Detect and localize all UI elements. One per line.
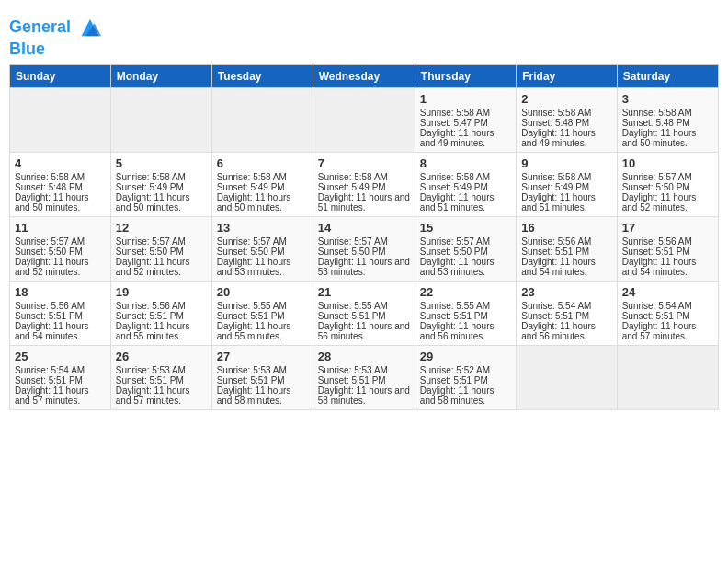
sunrise-label: Sunrise: 5:56 AM: [116, 301, 186, 311]
calendar-cell: 5Sunrise: 5:58 AMSunset: 5:49 PMDaylight…: [110, 152, 211, 216]
sunset-label: Sunset: 5:51 PM: [217, 375, 285, 385]
logo: General Blue: [9, 15, 103, 59]
calendar-cell: 26Sunrise: 5:53 AMSunset: 5:51 PMDayligh…: [110, 345, 211, 409]
daylight-label: Daylight: 11 hours and 57 minutes.: [15, 385, 89, 406]
calendar-cell: [517, 345, 617, 409]
day-number: 28: [318, 350, 410, 363]
daylight-label: Daylight: 11 hours and 50 minutes.: [622, 128, 697, 148]
calendar-cell: [313, 87, 415, 152]
sunrise-label: Sunrise: 5:53 AM: [116, 365, 186, 375]
calendar-cell: [211, 87, 313, 152]
sunrise-label: Sunrise: 5:58 AM: [420, 108, 490, 118]
sunset-label: Sunset: 5:48 PM: [622, 118, 690, 128]
daylight-label: Daylight: 11 hours and 53 minutes.: [420, 257, 495, 277]
header-day-saturday: Saturday: [617, 64, 718, 87]
sunrise-label: Sunrise: 5:55 AM: [217, 301, 287, 311]
calendar-cell: 13Sunrise: 5:57 AMSunset: 5:50 PMDayligh…: [211, 216, 313, 281]
sunset-label: Sunset: 5:51 PM: [318, 375, 386, 385]
header-day-friday: Friday: [517, 64, 617, 87]
calendar-cell: [110, 87, 211, 152]
sunset-label: Sunset: 5:51 PM: [420, 311, 488, 321]
daylight-label: Daylight: 11 hours and 51 minutes.: [318, 192, 410, 213]
calendar-header-row: SundayMondayTuesdayWednesdayThursdayFrid…: [10, 64, 719, 87]
day-number: 17: [622, 221, 713, 235]
daylight-label: Daylight: 11 hours and 49 minutes.: [420, 128, 495, 148]
sunset-label: Sunset: 5:50 PM: [116, 247, 184, 257]
daylight-label: Daylight: 11 hours and 58 minutes.: [420, 385, 495, 406]
sunrise-label: Sunrise: 5:56 AM: [15, 301, 85, 311]
calendar-body: 1Sunrise: 5:58 AMSunset: 5:47 PMDaylight…: [10, 87, 719, 409]
daylight-label: Daylight: 11 hours and 56 minutes.: [318, 321, 410, 341]
calendar-cell: 12Sunrise: 5:57 AMSunset: 5:50 PMDayligh…: [110, 216, 211, 281]
sunset-label: Sunset: 5:49 PM: [521, 182, 589, 192]
daylight-label: Daylight: 11 hours and 54 minutes.: [622, 257, 697, 277]
day-number: 1: [420, 92, 511, 106]
sunrise-label: Sunrise: 5:53 AM: [217, 365, 287, 375]
calendar-cell: 3Sunrise: 5:58 AMSunset: 5:48 PMDaylight…: [617, 87, 718, 152]
calendar-table: SundayMondayTuesdayWednesdayThursdayFrid…: [9, 64, 719, 410]
header-day-wednesday: Wednesday: [313, 64, 415, 87]
sunset-label: Sunset: 5:51 PM: [521, 311, 589, 321]
daylight-label: Daylight: 11 hours and 50 minutes.: [15, 192, 89, 213]
calendar-cell: 8Sunrise: 5:58 AMSunset: 5:49 PMDaylight…: [415, 152, 516, 216]
logo-text: General: [9, 15, 103, 40]
daylight-label: Daylight: 11 hours and 58 minutes.: [318, 385, 410, 406]
sunrise-label: Sunrise: 5:57 AM: [116, 236, 186, 247]
daylight-label: Daylight: 11 hours and 50 minutes.: [217, 192, 291, 213]
day-number: 21: [318, 285, 410, 299]
daylight-label: Daylight: 11 hours and 57 minutes.: [116, 385, 190, 406]
sunrise-label: Sunrise: 5:57 AM: [622, 172, 692, 182]
logo-text-blue: Blue: [9, 40, 103, 59]
sunrise-label: Sunrise: 5:56 AM: [622, 236, 692, 247]
calendar-cell: 23Sunrise: 5:54 AMSunset: 5:51 PMDayligh…: [517, 281, 617, 345]
day-number: 11: [15, 221, 106, 235]
sunset-label: Sunset: 5:50 PM: [318, 247, 386, 257]
sunrise-label: Sunrise: 5:58 AM: [521, 172, 591, 182]
calendar-cell: 1Sunrise: 5:58 AMSunset: 5:47 PMDaylight…: [415, 87, 516, 152]
day-number: 18: [15, 285, 106, 299]
calendar-cell: 27Sunrise: 5:53 AMSunset: 5:51 PMDayligh…: [211, 345, 313, 409]
sunrise-label: Sunrise: 5:54 AM: [622, 301, 692, 311]
sunset-label: Sunset: 5:51 PM: [116, 311, 184, 321]
sunrise-label: Sunrise: 5:56 AM: [521, 236, 591, 247]
day-number: 3: [622, 92, 713, 106]
sunrise-label: Sunrise: 5:58 AM: [217, 172, 287, 182]
day-number: 24: [622, 285, 713, 299]
calendar-cell: 11Sunrise: 5:57 AMSunset: 5:50 PMDayligh…: [10, 216, 111, 281]
sunset-label: Sunset: 5:47 PM: [420, 118, 488, 128]
sunset-label: Sunset: 5:51 PM: [116, 375, 184, 385]
day-number: 15: [420, 221, 511, 235]
calendar-cell: 22Sunrise: 5:55 AMSunset: 5:51 PMDayligh…: [415, 281, 516, 345]
daylight-label: Daylight: 11 hours and 57 minutes.: [622, 321, 697, 341]
day-number: 9: [521, 156, 611, 170]
sunrise-label: Sunrise: 5:58 AM: [420, 172, 490, 182]
sunrise-label: Sunrise: 5:58 AM: [15, 172, 85, 182]
daylight-label: Daylight: 11 hours and 50 minutes.: [116, 192, 190, 213]
calendar-cell: 21Sunrise: 5:55 AMSunset: 5:51 PMDayligh…: [313, 281, 415, 345]
calendar-cell: 17Sunrise: 5:56 AMSunset: 5:51 PMDayligh…: [617, 216, 718, 281]
day-number: 13: [217, 221, 308, 235]
sunrise-label: Sunrise: 5:57 AM: [318, 236, 388, 247]
daylight-label: Daylight: 11 hours and 53 minutes.: [318, 257, 410, 277]
sunset-label: Sunset: 5:48 PM: [521, 118, 589, 128]
day-number: 22: [420, 285, 511, 299]
calendar-cell: 2Sunrise: 5:58 AMSunset: 5:48 PMDaylight…: [517, 87, 617, 152]
day-number: 2: [521, 92, 611, 106]
day-number: 27: [217, 350, 308, 363]
sunset-label: Sunset: 5:51 PM: [15, 311, 83, 321]
calendar-week-4: 18Sunrise: 5:56 AMSunset: 5:51 PMDayligh…: [10, 281, 719, 345]
page-header: General Blue: [9, 9, 719, 59]
day-number: 29: [420, 350, 511, 363]
sunrise-label: Sunrise: 5:55 AM: [318, 301, 388, 311]
daylight-label: Daylight: 11 hours and 54 minutes.: [521, 257, 596, 277]
header-day-sunday: Sunday: [10, 64, 111, 87]
day-number: 8: [420, 156, 511, 170]
sunrise-label: Sunrise: 5:57 AM: [217, 236, 287, 247]
sunset-label: Sunset: 5:50 PM: [622, 182, 690, 192]
sunset-label: Sunset: 5:51 PM: [217, 311, 285, 321]
header-day-monday: Monday: [110, 64, 211, 87]
calendar-cell: 29Sunrise: 5:52 AMSunset: 5:51 PMDayligh…: [415, 345, 516, 409]
sunrise-label: Sunrise: 5:55 AM: [420, 301, 490, 311]
day-number: 4: [15, 156, 106, 170]
calendar-cell: 14Sunrise: 5:57 AMSunset: 5:50 PMDayligh…: [313, 216, 415, 281]
